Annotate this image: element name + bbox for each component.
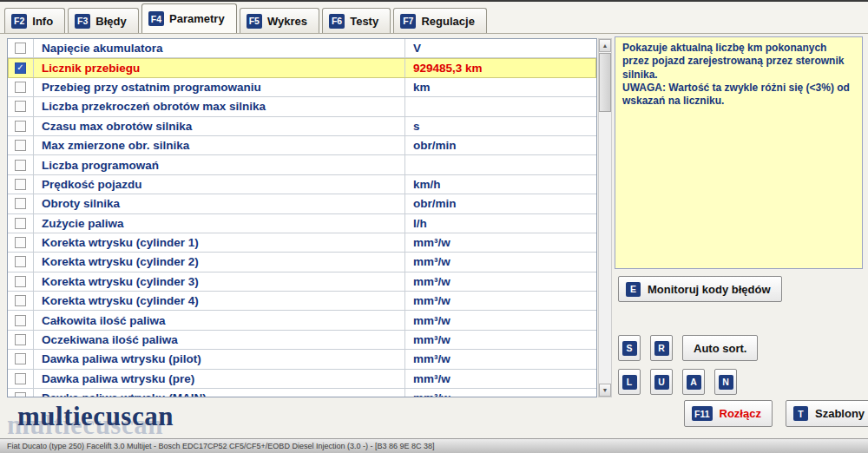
key-button-a[interactable]: A (682, 369, 705, 395)
checkbox-cell (8, 136, 34, 154)
row-checkbox[interactable]: ✓ (15, 62, 26, 74)
param-value: mm³/w (405, 370, 596, 388)
auto-sort-button[interactable]: Auto sort. (682, 335, 758, 361)
table-row[interactable]: Korekta wtrysku (cylinder 4)mm³/w (8, 292, 596, 311)
table-row[interactable]: Oczekiwana ilość paliwamm³/w (8, 331, 596, 350)
checkbox-cell (8, 233, 34, 252)
param-value: 929485,3 km (405, 58, 596, 76)
param-value: mm³/w (405, 272, 596, 291)
row-checkbox[interactable] (15, 276, 26, 287)
disconnect-button[interactable]: F11 Rozłącz (684, 400, 773, 427)
param-name: Dawka paliwa wtrysku (pilot) (34, 350, 405, 368)
param-value: s (405, 117, 596, 135)
table-row[interactable]: Przebieg przy ostatnim programowaniukm (8, 78, 596, 97)
row-checkbox[interactable] (15, 295, 26, 306)
param-name: Czasu max obrotów silnika (34, 117, 405, 135)
tab-label: Regulacje (421, 15, 474, 28)
parameter-table: Napięcie akumulatoraV✓Licznik przebiegu9… (7, 38, 597, 397)
param-name: Korekta wtrysku (cylinder 4) (34, 292, 405, 310)
table-row[interactable]: Dawka paliwa wtrysku (pilot)mm³/w (8, 350, 596, 369)
row-checkbox[interactable] (15, 121, 26, 132)
sort-r-button[interactable]: R (650, 335, 673, 361)
row-checkbox[interactable] (15, 315, 26, 326)
logo-text: multiecuscan (17, 401, 174, 432)
row-checkbox[interactable] (15, 101, 26, 112)
key-badge-f11: F11 (692, 406, 713, 421)
tab-regulacje[interactable]: F7Regulacje (393, 8, 487, 33)
param-name: Korekta wtrysku (cylinder 3) (34, 272, 405, 291)
tab-info[interactable]: F2Info (4, 8, 65, 33)
row-checkbox[interactable] (15, 179, 26, 190)
table-row[interactable]: Max zmierzone obr. silnikaobr/min (8, 136, 596, 155)
row-checkbox[interactable] (15, 256, 26, 267)
monitor-error-codes-button[interactable]: E Monitoruj kody błędów (618, 276, 782, 302)
tab-wykres[interactable]: F5Wykres (240, 8, 319, 33)
tab-bar: F2InfoF3BłędyF4ParametryF5WykresF6TestyF… (0, 2, 868, 34)
row-checkbox[interactable] (15, 373, 26, 384)
fkey-badge-f3: F3 (75, 14, 90, 29)
checkbox-cell (8, 78, 34, 96)
row-checkbox[interactable] (15, 43, 26, 54)
tab-testy[interactable]: F6Testy (322, 8, 391, 33)
monitor-error-codes-label: Monitoruj kody błędów (648, 283, 771, 296)
table-row[interactable]: Liczba programowań (8, 155, 596, 174)
param-value: obr/min (405, 136, 596, 154)
auto-sort-label: Auto sort. (694, 342, 746, 355)
table-row[interactable]: Zużycie paliwal/h (8, 214, 596, 233)
checkbox-cell (8, 292, 34, 310)
param-name: Licznik przebiegu (34, 58, 405, 76)
row-checkbox[interactable] (15, 160, 26, 171)
scrollbar-thumb[interactable] (599, 53, 611, 112)
row-checkbox[interactable] (15, 140, 26, 151)
sort-s-button[interactable]: S (618, 335, 641, 361)
scroll-down-icon[interactable]: ▼ (599, 384, 611, 397)
checkbox-cell (8, 214, 34, 233)
param-value (405, 155, 596, 174)
app-logo: multiecuscan multiecuscan (9, 401, 234, 437)
table-row[interactable]: Korekta wtrysku (cylinder 1)mm³/w (8, 233, 596, 253)
checkbox-cell (8, 155, 34, 174)
table-row[interactable]: Napięcie akumulatoraV (8, 39, 596, 58)
tab-label: Info (32, 15, 53, 28)
param-name: Zużycie paliwa (34, 214, 405, 233)
table-row[interactable]: Obroty silnikaobr/min (8, 194, 596, 213)
param-name: Napięcie akumulatora (34, 39, 405, 57)
row-checkbox[interactable] (15, 198, 26, 209)
param-value: mm³/w (405, 331, 596, 349)
key-button-u[interactable]: U (650, 369, 673, 395)
table-row[interactable]: Liczba przekroczeń obrotów max silnika (8, 97, 596, 116)
status-bar: Fiat Ducato (type 250) Facelift 3.0 Mult… (0, 438, 868, 453)
table-row[interactable]: Korekta wtrysku (cylinder 2)mm³/w (8, 253, 596, 272)
tab-parametry[interactable]: F4Parametry (141, 3, 237, 33)
key-badge-a: A (687, 375, 701, 390)
table-row[interactable]: Dawka paliwa wtrysku (pre)mm³/w (8, 370, 596, 389)
fkey-badge-f4: F4 (148, 11, 164, 26)
tab-bledy[interactable]: F3Błędy (68, 8, 139, 33)
templates-button[interactable]: T Szablony (786, 400, 868, 427)
scroll-up-icon[interactable]: ▲ (599, 39, 611, 52)
table-row[interactable]: Czasu max obrotów silnikas (8, 117, 596, 136)
table-row[interactable]: Całkowita ilość paliwamm³/w (8, 311, 596, 330)
param-name: Dawka paliwa wtrysku (pre) (34, 370, 405, 388)
table-row[interactable]: ✓Licznik przebiegu929485,3 km (8, 58, 596, 77)
key-button-n[interactable]: N (714, 369, 737, 395)
table-scrollbar[interactable]: ▲ ▼ (598, 38, 612, 397)
param-value: mm³/w (405, 292, 596, 310)
table-row[interactable]: Dawka paliwa wtrysku (MAIN)mm³/w (8, 389, 596, 397)
row-checkbox[interactable] (15, 334, 26, 345)
param-value: km/h (405, 175, 596, 194)
row-checkbox[interactable] (15, 353, 26, 364)
fkey-badge-f6: F6 (329, 14, 345, 29)
table-row[interactable]: Korekta wtrysku (cylinder 3)mm³/w (8, 272, 596, 292)
param-name: Prędkość pojazdu (34, 175, 405, 194)
row-checkbox[interactable] (15, 392, 26, 397)
key-button-l[interactable]: L (618, 369, 641, 395)
row-checkbox[interactable] (15, 82, 26, 93)
checkbox-cell (8, 194, 34, 213)
row-checkbox[interactable] (15, 218, 26, 229)
disconnect-label: Rozłącz (720, 407, 761, 420)
key-badge-u: U (654, 375, 669, 390)
table-row[interactable]: Prędkość pojazdukm/h (8, 175, 596, 194)
row-checkbox[interactable] (15, 237, 26, 248)
tab-label: Parametry (169, 12, 225, 25)
